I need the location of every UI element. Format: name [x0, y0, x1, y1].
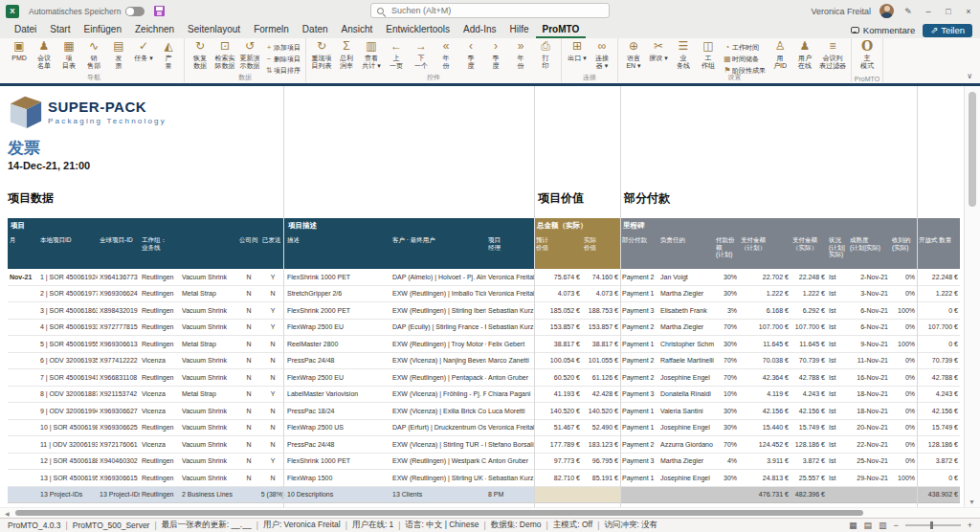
ribbon-quarter-back-button[interactable]: ‹季 度 — [458, 39, 483, 69]
table-cell[interactable]: Christopher Schmid — [658, 336, 714, 353]
table-cell[interactable]: 6-Nov-21 — [848, 302, 890, 320]
table-cell[interactable]: 9 | ODV 320061994 — [38, 403, 98, 420]
table-cell[interactable]: Martha Ziegler — [658, 320, 714, 337]
table-cell[interactable]: 22.702 € — [739, 269, 791, 286]
table-cell[interactable]: Payment 1 — [620, 336, 658, 353]
ribbon-print-button[interactable]: ⎙打 印 — [533, 39, 558, 69]
table-cell[interactable]: DAP (Erfurt) | Druckzentrum Ost - Pj. Lo… — [390, 420, 486, 437]
tab-einf-gen[interactable]: Einfügen — [77, 22, 127, 38]
table-cell[interactable]: LabelMaster Variovision — [285, 387, 390, 404]
tab-hilfe[interactable]: Hilfe — [503, 22, 536, 38]
table-cell[interactable]: X969306624 — [98, 286, 140, 303]
table-cell[interactable]: 24.813 € — [739, 470, 791, 487]
table-cell[interactable]: Stefano Borsalini — [486, 436, 534, 454]
table-cell[interactable]: N — [237, 369, 260, 387]
table-cell[interactable]: 42.156 € — [791, 403, 827, 420]
zoom-slider[interactable] — [905, 524, 961, 526]
table-cell[interactable]: Vacuum Shrink — [180, 436, 237, 454]
table-cell[interactable]: Marco Zanetti — [486, 353, 534, 370]
table-cell[interactable]: 9-Nov-21 — [848, 336, 890, 353]
table-cell[interactable]: Payment 1 — [620, 420, 658, 437]
table-cell[interactable]: Reutlingen — [140, 302, 180, 320]
vertical-scrollbar[interactable]: ▼ — [964, 86, 980, 507]
table-cell[interactable]: 96.795 € — [582, 454, 620, 471]
table-cell[interactable]: N — [237, 286, 260, 303]
table-cell[interactable]: 2-Nov-21 — [848, 269, 890, 286]
table-cell[interactable]: 4.243 € — [917, 387, 960, 404]
table-cell[interactable]: FlexWrap 2500 EU — [285, 320, 390, 337]
table-cell[interactable]: N — [260, 470, 285, 487]
table-cell[interactable]: Payment 2 — [620, 353, 658, 370]
table-cell[interactable]: Payment 3 — [620, 302, 658, 320]
total-cell[interactable] — [827, 487, 848, 503]
table-cell[interactable]: 0% — [890, 369, 917, 387]
page-break-view-icon[interactable]: ▥ — [879, 521, 887, 530]
table-cell[interactable]: 0% — [890, 403, 917, 420]
table-cell[interactable]: 100.054 € — [534, 353, 582, 370]
table-cell[interactable]: Payment 1 — [620, 470, 658, 487]
table-cell[interactable]: Jan Voigt — [658, 269, 714, 286]
table-cell[interactable]: 6.292 € — [791, 302, 827, 320]
table-cell[interactable]: 0 € — [917, 336, 960, 353]
table-cell[interactable]: 22-Nov-21 — [848, 436, 890, 454]
total-cell[interactable] — [714, 487, 739, 503]
table-cell[interactable]: N — [260, 286, 285, 303]
table-cell[interactable]: PressPac 24/48 — [285, 436, 390, 454]
scroll-left-icon[interactable]: ◀ — [5, 510, 10, 517]
horizontal-scrollbar[interactable]: ◀ — [0, 507, 980, 518]
table-cell[interactable]: 4.119 € — [739, 387, 791, 404]
ribbon-business-line-button[interactable]: ☰业 务线 — [671, 39, 696, 69]
table-cell[interactable]: Vicenza — [140, 387, 180, 404]
table-cell[interactable]: 70% — [714, 353, 739, 370]
table-cell[interactable]: 18-Nov-21 — [848, 403, 890, 420]
table-cell[interactable]: Vacuum Shrink — [180, 454, 237, 471]
table-cell[interactable] — [8, 336, 38, 353]
table-cell[interactable]: 0% — [890, 269, 917, 286]
zoom-slider-knob[interactable] — [930, 521, 933, 529]
table-cell[interactable]: 185.052 € — [534, 302, 582, 320]
table-cell[interactable]: Vicenza — [140, 353, 180, 370]
ribbon-master-mode-button[interactable]: O主 模式 — [855, 39, 880, 69]
table-cell[interactable]: 124.452 € — [739, 436, 791, 454]
table-cell[interactable]: 6 | ODV 320061935 — [38, 353, 98, 370]
table-cell[interactable]: Luca Moretti — [486, 403, 534, 420]
table-cell[interactable]: Reutlingen — [140, 336, 180, 353]
table-cell[interactable]: Payment 3 — [620, 454, 658, 471]
tab-seitenlayout[interactable]: Seitenlayout — [181, 22, 247, 38]
table-cell[interactable]: 101.055 € — [582, 353, 620, 370]
table-cell[interactable]: 1.222 € — [791, 286, 827, 303]
table-cell[interactable]: FlexWrap 2500 EU — [285, 369, 390, 387]
table-cell[interactable]: 128.186 € — [791, 436, 827, 454]
total-cell[interactable] — [848, 487, 890, 503]
table-cell[interactable]: Ist — [827, 369, 848, 387]
table-cell[interactable]: 70% — [714, 320, 739, 337]
table-cell[interactable]: N — [237, 403, 260, 420]
vertical-scrollbar-thumb[interactable] — [969, 92, 976, 207]
table-cell[interactable]: N — [260, 353, 285, 370]
table-cell[interactable]: 12 | SOR 450061888 — [38, 454, 98, 471]
table-cell[interactable]: 4 | SOR 450061933 — [38, 320, 98, 337]
table-cell[interactable]: 1 | SOR 450061924 — [38, 269, 98, 286]
total-cell[interactable] — [8, 487, 38, 503]
table-cell[interactable]: 70% — [714, 436, 739, 454]
table-cell[interactable]: FlexWrap 2500 US — [285, 420, 390, 437]
page-layout-view-icon[interactable]: ▤ — [863, 521, 872, 530]
tab-ansicht[interactable]: Ansicht — [335, 22, 380, 38]
table-cell[interactable]: 38.817 € — [534, 336, 582, 353]
table-cell[interactable]: Martha Ziegler — [658, 454, 714, 471]
ribbon-meeting-list-filter-button[interactable]: ≡会议列 表过滤器 — [817, 39, 848, 69]
ribbon-quarter-forward-button[interactable]: ›季 度 — [483, 39, 508, 69]
table-cell[interactable]: 25-Nov-21 — [848, 454, 890, 471]
table-cell[interactable]: 4.073 € — [582, 286, 620, 303]
ribbon-connector-button[interactable]: ∞连接 器 ▾ — [590, 39, 614, 69]
total-cell[interactable]: 13 Clients — [390, 487, 486, 503]
table-cell[interactable]: N — [237, 454, 260, 471]
table-cell[interactable]: 6-Nov-21 — [848, 320, 890, 337]
table-cell[interactable]: DAP (Almelo) | Holvoet - Pj. Almelo — [390, 269, 486, 286]
table-cell[interactable]: Vacuum Shrink — [180, 403, 237, 420]
ribbon-work-group-button[interactable]: ◫工 作组 — [696, 39, 721, 69]
table-cell[interactable]: 41.193 € — [534, 387, 582, 404]
table-cell[interactable]: 11.645 € — [791, 336, 827, 353]
table-cell[interactable]: 4.073 € — [534, 286, 582, 303]
table-cell[interactable]: EXW (Vicenza) | Fröhling - Pj. Packzentr… — [390, 387, 486, 404]
